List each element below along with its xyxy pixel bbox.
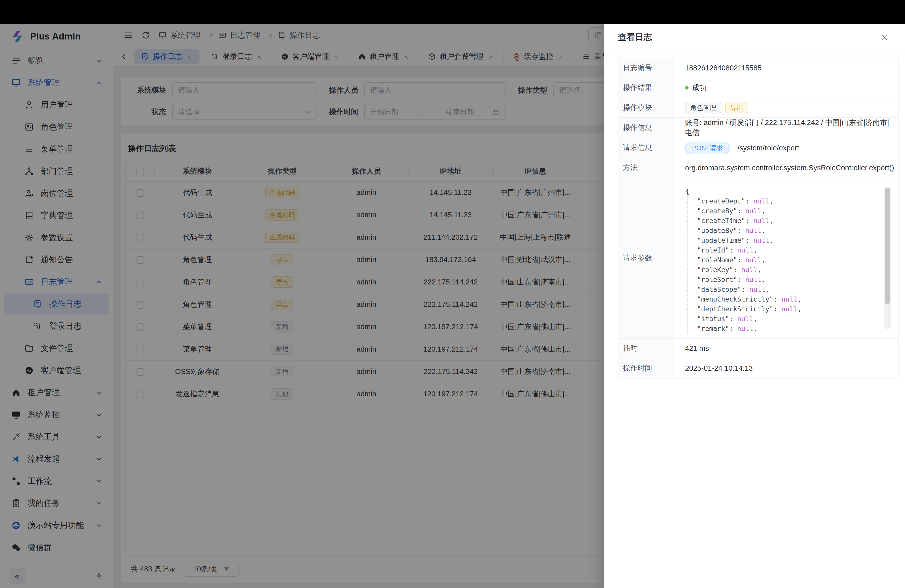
drawer-header: 查看日志 (604, 24, 905, 51)
request-params-code[interactable]: { createDept: null createBy: null create… (672, 178, 899, 338)
detail-row-log-id: 日志编号 1882612840802115585 (618, 58, 899, 78)
code-line: roleId: null (697, 245, 891, 255)
code-lines: createDept: null createBy: null createTi… (687, 196, 891, 334)
detail-row-request: 请求信息 POST请求 /system/role/export (618, 138, 899, 158)
action-tag: 导出 (725, 102, 748, 113)
detail-label: 操作信息 (618, 118, 672, 138)
operation-info-value: 账号: admin / 研发部门 / 222.175.114.242 / 中国|… (672, 118, 899, 138)
log-detail-table: 日志编号 1882612840802115585 操作结果 成功 操作模块 角色… (618, 57, 899, 378)
code-line: createDept: null (697, 196, 891, 206)
view-log-drawer: 查看日志 日志编号 1882612840802115585 操作结果 成功 操作… (604, 24, 905, 588)
detail-label: 操作结果 (618, 78, 672, 98)
code-open-brace: { (685, 186, 891, 196)
drawer-title: 查看日志 (618, 32, 652, 43)
detail-row-info: 操作信息 账号: admin / 研发部门 / 222.175.114.242 … (618, 118, 899, 138)
code-line: dataScope: null (697, 284, 891, 294)
result-value: 成功 (692, 83, 707, 93)
post-method-tag: POST请求 (685, 141, 730, 154)
detail-row-module: 操作模块 角色管理 导出 (618, 98, 899, 118)
success-dot (685, 86, 689, 89)
detail-row-params: 请求参数 { createDept: null createBy: null c… (618, 178, 899, 338)
detail-row-method: 方法 org.dromara.system.controller.system.… (618, 158, 899, 178)
code-line: updateBy: null (697, 226, 891, 235)
code-line: roleSort: null (697, 275, 891, 284)
log-id-value: 1882612840802115585 (672, 58, 899, 78)
method-value: org.dromara.system.controller.system.Sys… (672, 158, 899, 178)
detail-row-time: 操作时间 2025-01-24 10:14:13 (618, 358, 899, 378)
code-line: menuCheckStrictly: null (697, 294, 891, 304)
code-line: status: null (697, 314, 891, 324)
module-tag: 角色管理 (685, 102, 721, 113)
window-top-bar (0, 0, 905, 24)
duration-value: 421 ms (672, 338, 899, 358)
code-line: roleKey: null (697, 265, 891, 275)
code-scrollbar-thumb[interactable] (884, 188, 890, 304)
operation-time-value: 2025-01-24 10:14:13 (672, 358, 899, 378)
detail-label: 方法 (618, 158, 672, 178)
detail-label: 请求信息 (618, 138, 672, 158)
detail-label: 日志编号 (618, 58, 672, 78)
code-line: remark: null (697, 324, 891, 334)
detail-row-result: 操作结果 成功 (618, 78, 899, 98)
detail-row-duration: 耗时 421 ms (618, 338, 899, 358)
code-line: createTime: null (697, 216, 891, 226)
request-url: /system/role/export (738, 144, 799, 152)
detail-label: 请求参数 (618, 178, 672, 338)
detail-label: 耗时 (618, 338, 672, 358)
code-line: createBy: null (697, 206, 891, 216)
code-line: roleName: null (697, 255, 891, 265)
detail-label: 操作模块 (618, 98, 672, 118)
code-line: updateTime: null (697, 235, 891, 245)
code-scrollbar-track (884, 187, 891, 329)
detail-label: 操作时间 (618, 358, 672, 378)
code-line: deptCheckStrictly: null (697, 304, 891, 314)
close-icon[interactable] (880, 33, 889, 42)
drawer-body: 日志编号 1882612840802115585 操作结果 成功 操作模块 角色… (604, 51, 905, 378)
